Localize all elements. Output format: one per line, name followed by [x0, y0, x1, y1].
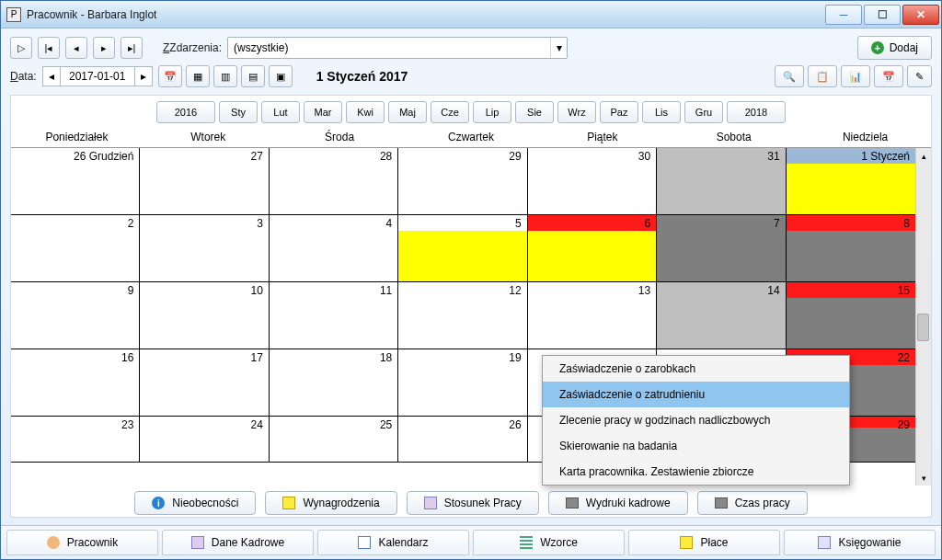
calendar-cell[interactable]: 7: [657, 215, 786, 281]
main-tab-płace[interactable]: Płace: [628, 530, 780, 555]
calendar-cell[interactable]: 5: [398, 215, 527, 281]
cell-date: 7: [774, 217, 780, 230]
calendar-cell[interactable]: 4: [270, 215, 398, 281]
month-button-cze[interactable]: Cze: [431, 101, 469, 123]
month-button-sie[interactable]: Sie: [515, 101, 554, 123]
date-next-button[interactable]: ▸: [134, 66, 153, 86]
subtab-wynagrodzenia[interactable]: Wynagrodzenia: [265, 491, 396, 515]
main-tab-dane-kadrowe[interactable]: Dane Kadrowe: [162, 530, 314, 555]
view-mode1-icon[interactable]: ▦: [186, 65, 210, 87]
tool-icon-3[interactable]: 📅: [874, 65, 903, 87]
calendar-cell[interactable]: 19: [398, 349, 527, 416]
month-button-kwi[interactable]: Kwi: [346, 101, 385, 123]
calendar-cell[interactable]: 14: [657, 282, 786, 349]
subtab-label: Nieobecności: [172, 497, 238, 509]
prev-record-button[interactable]: ◂: [65, 37, 87, 59]
calendar-cell[interactable]: 11: [270, 282, 398, 349]
context-menu[interactable]: Zaświadczenie o zarobkachZaświadczenie o…: [542, 355, 850, 486]
month-button-maj[interactable]: Maj: [388, 101, 427, 123]
calendar-cell[interactable]: 1 Styczeń: [787, 148, 915, 214]
month-button-lip[interactable]: Lip: [473, 101, 511, 123]
month-button-gru[interactable]: Gru: [684, 101, 723, 123]
context-menu-item[interactable]: Zlecenie pracy w godzinach nadliczbowych: [543, 407, 849, 433]
first-record-button[interactable]: |◂: [38, 37, 60, 59]
tool-icon-2[interactable]: 📊: [841, 65, 870, 87]
calendar-week: 2345678: [11, 215, 915, 282]
events-filter-dropdown[interactable]: ▾: [550, 38, 567, 58]
month-button-mar[interactable]: Mar: [304, 101, 342, 123]
subtab-nieobecności[interactable]: iNieobecności: [134, 491, 256, 515]
tab-label: Dane Kadrowe: [212, 536, 284, 549]
calendar-cell[interactable]: 26: [398, 417, 527, 462]
subtab-czas-pracy[interactable]: Czas pracy: [697, 491, 808, 515]
minimize-button[interactable]: ─: [825, 5, 862, 25]
main-tab-pracownik[interactable]: Pracownik: [6, 530, 158, 555]
calendar-cell[interactable]: 28: [270, 148, 398, 214]
events-filter-input[interactable]: [228, 38, 550, 58]
calendar-cell[interactable]: 25: [270, 417, 398, 462]
calendar-cell[interactable]: 10: [140, 282, 269, 349]
calendar-cell[interactable]: 6: [528, 215, 657, 281]
maximize-button[interactable]: ☐: [864, 5, 901, 25]
calendar-cell[interactable]: 30: [528, 148, 657, 214]
search-icon[interactable]: 🔍: [775, 65, 804, 87]
vertical-scrollbar[interactable]: ▴ ▾: [915, 148, 931, 486]
view-mode2-icon[interactable]: ▥: [213, 65, 237, 87]
events-label: ZZdarzenia:: [163, 41, 222, 54]
main-tab-księgowanie[interactable]: Księgowanie: [784, 530, 936, 555]
money-icon: [282, 497, 295, 509]
close-button[interactable]: ✕: [902, 5, 939, 25]
month-button-lis[interactable]: Lis: [642, 101, 681, 123]
scroll-thumb[interactable]: [917, 314, 929, 341]
calendar-cell[interactable]: 16: [11, 349, 140, 416]
calendar-cell[interactable]: 26 Grudzień: [11, 148, 140, 214]
last-record-button[interactable]: ▸|: [121, 37, 143, 59]
day-header: Niedziela: [799, 127, 931, 147]
calendar-cell[interactable]: 31: [657, 148, 786, 214]
edit-icon[interactable]: ✎: [907, 65, 932, 87]
date-input[interactable]: [61, 66, 134, 86]
tool-icon-1[interactable]: 📋: [808, 65, 837, 87]
view-mode3-icon[interactable]: ▤: [241, 65, 265, 87]
calendar-cell[interactable]: 27: [140, 148, 269, 214]
main-tab-kalendarz[interactable]: Kalendarz: [317, 530, 469, 555]
view-calendar-icon[interactable]: 📅: [158, 65, 182, 87]
subtab-stosunek-pracy[interactable]: Stosunek Pracy: [407, 491, 539, 515]
view-mode4-icon[interactable]: ▣: [269, 65, 293, 87]
calendar-cell[interactable]: 29: [398, 148, 527, 214]
calendar-cell[interactable]: 17: [140, 349, 269, 416]
calendar-cell[interactable]: 24: [140, 417, 269, 462]
date-prev-button[interactable]: ◂: [42, 66, 61, 86]
calendar-cell[interactable]: 12: [398, 282, 527, 349]
main-tab-wzorce[interactable]: Wzorce: [473, 530, 625, 555]
month-button-sty[interactable]: Sty: [219, 101, 258, 123]
context-menu-item[interactable]: Zaświadczenie o zarobkach: [543, 356, 849, 382]
calendar-cell[interactable]: 15: [787, 282, 915, 349]
next-year-button[interactable]: 2018: [727, 101, 786, 123]
calendar-cell[interactable]: 8: [787, 215, 915, 281]
scroll-down-icon[interactable]: ▾: [916, 470, 931, 486]
add-button[interactable]: + Dodaj: [857, 36, 932, 60]
context-menu-item[interactable]: Skierowanie na badania: [543, 433, 849, 459]
subtab-wydruki-kadrowe[interactable]: Wydruki kadrowe: [548, 491, 688, 515]
month-button-lut[interactable]: Lut: [261, 101, 300, 123]
print-icon: [715, 497, 728, 509]
calendar-cell[interactable]: 2: [11, 215, 140, 281]
context-menu-item[interactable]: Karta pracownika. Zestawienie zbiorcze: [543, 459, 849, 485]
cell-date: 29: [509, 150, 521, 163]
month-button-paz[interactable]: Paz: [600, 101, 638, 123]
prev-year-button[interactable]: 2016: [156, 101, 215, 123]
day-header: Sobota: [668, 127, 799, 147]
month-button-wrz[interactable]: Wrz: [557, 101, 596, 123]
calendar-cell[interactable]: 13: [528, 282, 657, 349]
events-filter-combo[interactable]: ▾: [227, 37, 568, 59]
cell-date: 11: [380, 284, 392, 297]
calendar-cell[interactable]: 3: [140, 215, 269, 281]
scroll-up-icon[interactable]: ▴: [916, 148, 931, 164]
calendar-cell[interactable]: 9: [11, 282, 140, 349]
next-record-button[interactable]: ▸: [93, 37, 115, 59]
play-button[interactable]: ▷: [10, 37, 32, 59]
calendar-cell[interactable]: 23: [11, 417, 140, 462]
calendar-cell[interactable]: 18: [270, 349, 398, 416]
context-menu-item[interactable]: Zaświadczenie o zatrudnieniu: [543, 382, 849, 407]
